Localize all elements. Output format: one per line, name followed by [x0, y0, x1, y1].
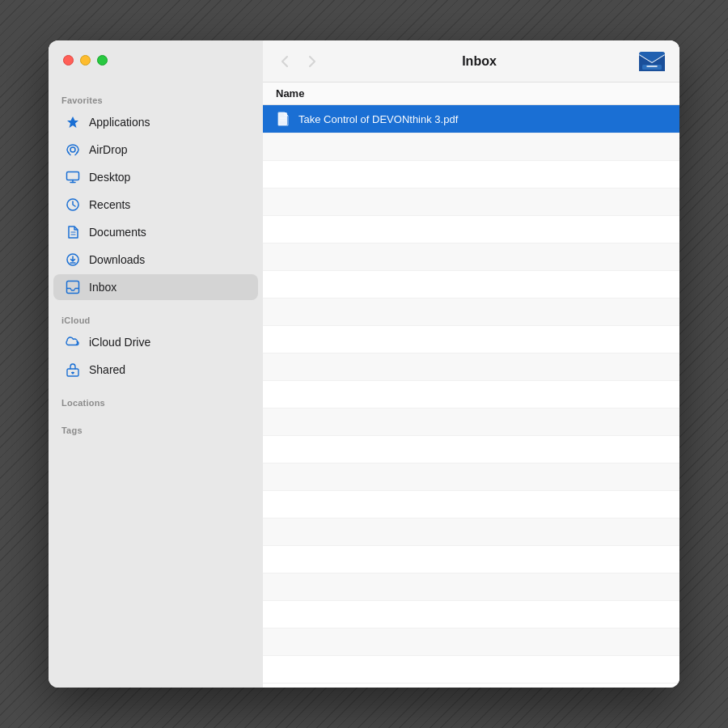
- traffic-lights: [63, 55, 108, 66]
- forward-button[interactable]: [303, 52, 321, 71]
- sidebar-item-shared[interactable]: Shared: [53, 357, 258, 383]
- inbox-icon: [65, 279, 81, 295]
- toolbar-title: Inbox: [331, 54, 628, 69]
- empty-row: [263, 326, 679, 353]
- empty-row: [263, 243, 679, 271]
- sidebar-item-icloud-drive[interactable]: iCloud Drive: [53, 329, 258, 355]
- sidebar-item-label: Applications: [89, 116, 150, 129]
- sidebar-item-label: Inbox: [89, 281, 116, 294]
- documents-icon: [65, 224, 81, 240]
- empty-row: [263, 518, 679, 546]
- empty-row: [263, 298, 679, 326]
- toolbar: Inbox: [263, 40, 679, 83]
- empty-row: [263, 463, 679, 491]
- file-row-selected[interactable]: Take Control of DEVONthink 3.pdf: [263, 105, 679, 133]
- empty-row: [263, 491, 679, 518]
- empty-row: [263, 408, 679, 436]
- recents-icon: [65, 197, 81, 213]
- sidebar-item-label: Recents: [89, 198, 130, 211]
- selected-file-name: Take Control of DEVONthink 3.pdf: [298, 113, 458, 125]
- icloud-icon: [65, 334, 81, 350]
- sidebar-item-label: AirDrop: [89, 143, 127, 156]
- name-column-label: Name: [276, 87, 304, 99]
- sidebar-item-desktop[interactable]: Desktop: [53, 164, 258, 190]
- sidebar-item-label: Shared: [89, 363, 125, 376]
- sidebar-item-inbox[interactable]: Inbox: [53, 274, 258, 300]
- desktop-icon: [65, 169, 81, 185]
- downloads-icon: [65, 252, 81, 268]
- empty-row: [263, 656, 679, 684]
- empty-row: [263, 133, 679, 161]
- section-gap-3: [49, 411, 263, 419]
- minimize-button[interactable]: [80, 55, 91, 66]
- empty-row: [263, 271, 679, 298]
- sidebar-item-label: Desktop: [89, 171, 130, 184]
- maximize-button[interactable]: [97, 55, 108, 66]
- applications-icon: [65, 114, 81, 130]
- empty-row: [263, 353, 679, 381]
- svg-rect-12: [642, 65, 662, 70]
- tags-section-label: Tags: [49, 419, 263, 438]
- sidebar-item-recents[interactable]: Recents: [53, 192, 258, 218]
- empty-row: [263, 601, 679, 629]
- back-button[interactable]: [276, 52, 294, 71]
- empty-row: [263, 188, 679, 216]
- svg-rect-13: [278, 112, 287, 125]
- sidebar-item-airdrop[interactable]: AirDrop: [53, 137, 258, 163]
- sidebar: Favorites Applications AirDrop: [49, 40, 263, 688]
- empty-row: [263, 574, 679, 601]
- sidebar-item-label: Downloads: [89, 253, 145, 266]
- sidebar-item-documents[interactable]: Documents: [53, 219, 258, 245]
- sidebar-item-downloads[interactable]: Downloads: [53, 247, 258, 273]
- empty-row: [263, 381, 679, 408]
- empty-row: [263, 161, 679, 188]
- empty-row: [263, 436, 679, 463]
- empty-row: [263, 216, 679, 243]
- section-gap-2: [49, 383, 263, 392]
- main-content: Inbox Name: [263, 40, 679, 688]
- sidebar-item-label: Documents: [89, 226, 146, 239]
- shared-icon: [65, 362, 81, 378]
- svg-point-0: [70, 147, 75, 152]
- favorites-section-label: Favorites: [49, 89, 263, 108]
- empty-row: [263, 546, 679, 574]
- svg-rect-1: [67, 172, 79, 180]
- sidebar-item-applications[interactable]: Applications: [53, 109, 258, 135]
- airdrop-icon: [65, 142, 81, 158]
- close-button[interactable]: [63, 55, 74, 66]
- empty-row: [263, 629, 679, 656]
- file-list: Take Control of DEVONthink 3.pdf: [263, 105, 679, 688]
- svg-rect-7: [67, 281, 79, 294]
- section-gap-1: [49, 301, 263, 309]
- icloud-section-label: iCloud: [49, 309, 263, 328]
- devonthink-app-icon: [637, 47, 667, 76]
- finder-window: Favorites Applications AirDrop: [49, 40, 679, 688]
- svg-rect-10: [71, 372, 74, 373]
- locations-section-label: Locations: [49, 392, 263, 411]
- column-header: Name: [263, 83, 679, 105]
- sidebar-item-label: iCloud Drive: [89, 336, 150, 349]
- pdf-icon: [276, 111, 292, 127]
